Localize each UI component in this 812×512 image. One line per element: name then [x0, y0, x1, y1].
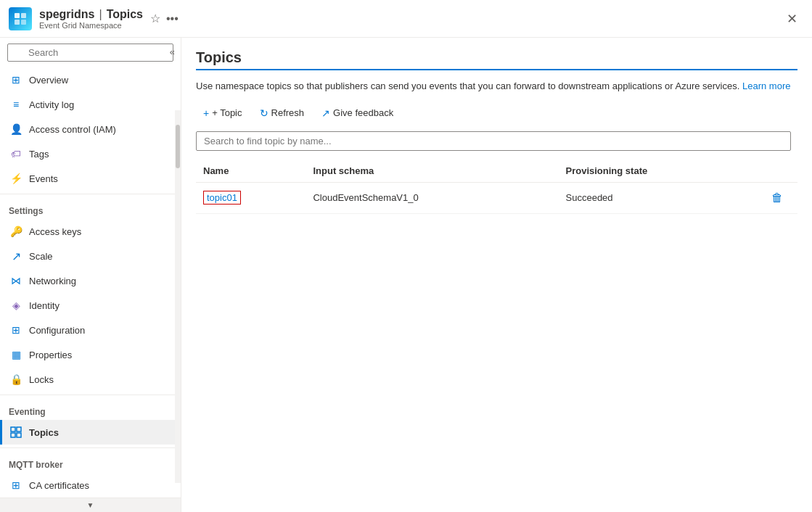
feedback-button[interactable]: ↗ Give feedback	[314, 104, 401, 123]
sidebar-item-configuration[interactable]: ⊞ Configuration	[0, 318, 181, 342]
sidebar-item-overview[interactable]: ⊞ Overview	[0, 67, 181, 92]
ca-certificates-label: CA certificates	[29, 480, 89, 491]
refresh-icon: ↻	[260, 107, 268, 119]
topic-search-input[interactable]	[196, 131, 791, 151]
add-topic-label: + Topic	[212, 107, 242, 118]
topic-name-cell: topic01	[196, 182, 305, 213]
overview-label: Overview	[29, 75, 68, 86]
sidebar-item-access-control[interactable]: 👤 Access control (IAM)	[0, 117, 181, 141]
title-actions: ☆ •••	[150, 12, 179, 25]
add-icon: +	[203, 107, 209, 119]
provisioning-state-cell: Succeeded	[559, 182, 761, 213]
learn-more-link[interactable]: Learn more	[742, 80, 790, 91]
col-actions	[761, 160, 797, 183]
identity-icon: ◈	[9, 298, 23, 313]
page-name: Topics	[107, 8, 143, 21]
svg-rect-0	[15, 13, 20, 18]
resource-name: spegridns	[39, 8, 94, 21]
locks-label: Locks	[29, 374, 54, 385]
toolbar: + + Topic ↻ Refresh ↗ Give feedback	[196, 104, 797, 123]
input-schema-cell: CloudEventSchemaV1_0	[305, 182, 558, 213]
title-text-group: spegridns | Topics Event Grid Namespace	[39, 8, 143, 30]
networking-label: Networking	[29, 276, 76, 286]
sidebar-item-topics[interactable]: Topics	[0, 420, 181, 445]
svg-rect-1	[21, 13, 26, 18]
delete-button[interactable]: 🗑	[768, 189, 786, 207]
page-description: Use namespace topics so that publishers …	[196, 79, 797, 94]
refresh-label: Refresh	[271, 107, 305, 118]
tags-label: Tags	[29, 149, 49, 160]
tags-icon: 🏷	[9, 146, 23, 161]
access-control-label: Access control (IAM)	[29, 124, 116, 135]
feedback-icon: ↗	[321, 107, 330, 119]
sidebar-item-scale[interactable]: ↗ Scale	[0, 244, 181, 268]
access-keys-label: Access keys	[29, 226, 81, 237]
eventing-section-label: Eventing	[0, 398, 181, 420]
add-topic-button[interactable]: + + Topic	[196, 104, 250, 123]
sidebar-item-networking[interactable]: ⋈ Networking	[0, 268, 181, 293]
topics-label: Topics	[29, 427, 59, 438]
activity-log-label: Activity log	[29, 99, 74, 110]
scale-icon: ↗	[9, 249, 23, 263]
sidebar-search-wrapper	[0, 38, 181, 67]
sidebar-nav: ⊞ Overview ≡ Activity log 👤 Access contr…	[0, 67, 181, 497]
svg-rect-3	[21, 20, 26, 25]
close-button[interactable]: ✕	[781, 8, 803, 30]
properties-icon: ▦	[9, 347, 23, 362]
title-separator: |	[99, 8, 102, 21]
col-provisioning-state: Provisioning state	[559, 160, 761, 183]
events-icon: ⚡	[9, 171, 23, 186]
properties-label: Properties	[29, 350, 72, 360]
events-label: Events	[29, 173, 58, 184]
svg-rect-5	[17, 427, 21, 432]
table-row: topic01 CloudEventSchemaV1_0 Succeeded 🗑	[196, 182, 797, 213]
main-content: Topics Use namespace topics so that publ…	[181, 38, 812, 512]
ca-certificates-icon: ⊞	[9, 478, 23, 492]
identity-label: Identity	[29, 300, 60, 311]
locks-icon: 🔒	[9, 372, 23, 387]
resource-icon	[9, 7, 32, 30]
sidebar-item-events[interactable]: ⚡ Events	[0, 166, 181, 191]
sidebar-item-tags[interactable]: 🏷 Tags	[0, 141, 181, 166]
topic-link[interactable]: topic01	[203, 191, 241, 205]
scroll-down-arrow[interactable]: ▼	[0, 497, 181, 512]
actions-cell: 🗑	[761, 182, 797, 213]
refresh-button[interactable]: ↻ Refresh	[253, 104, 312, 123]
col-name: Name	[196, 160, 305, 183]
topics-table: Name Input schema Provisioning state top…	[196, 160, 797, 214]
sidebar-item-ca-certificates[interactable]: ⊞ CA certificates	[0, 473, 181, 497]
resource-type: Event Grid Namespace	[39, 21, 143, 30]
svg-rect-2	[15, 20, 20, 25]
configuration-icon: ⊞	[9, 323, 23, 337]
svg-rect-4	[11, 427, 15, 432]
sidebar-item-activity-log[interactable]: ≡ Activity log	[0, 92, 181, 117]
sidebar-item-identity[interactable]: ◈ Identity	[0, 293, 181, 318]
sidebar-search-input[interactable]	[7, 44, 173, 62]
mqtt-section-label: MQTT broker	[0, 451, 181, 473]
settings-section-label: Settings	[0, 197, 181, 219]
networking-icon: ⋈	[9, 273, 23, 288]
svg-rect-6	[11, 433, 15, 437]
title-bar: spegridns | Topics Event Grid Namespace …	[0, 0, 812, 38]
access-control-icon: 👤	[9, 122, 23, 136]
activity-log-icon: ≡	[9, 97, 23, 112]
sidebar-item-properties[interactable]: ▦ Properties	[0, 342, 181, 367]
topics-icon	[9, 425, 23, 439]
overview-icon: ⊞	[9, 73, 23, 87]
sidebar-item-locks[interactable]: 🔒 Locks	[0, 367, 181, 392]
configuration-label: Configuration	[29, 325, 85, 336]
feedback-label: Give feedback	[333, 107, 393, 118]
sidebar-collapse-btn[interactable]: «	[170, 46, 175, 57]
sidebar-item-access-keys[interactable]: 🔑 Access keys	[0, 219, 181, 244]
svg-rect-7	[17, 433, 21, 437]
star-icon[interactable]: ☆	[150, 12, 160, 25]
col-input-schema: Input schema	[305, 160, 558, 183]
page-title: Topics	[196, 49, 797, 70]
scale-label: Scale	[29, 251, 53, 262]
access-keys-icon: 🔑	[9, 224, 23, 239]
sidebar: « ⊞ Overview ≡ Activity log 👤 Access con…	[0, 38, 181, 512]
more-icon[interactable]: •••	[166, 12, 179, 25]
